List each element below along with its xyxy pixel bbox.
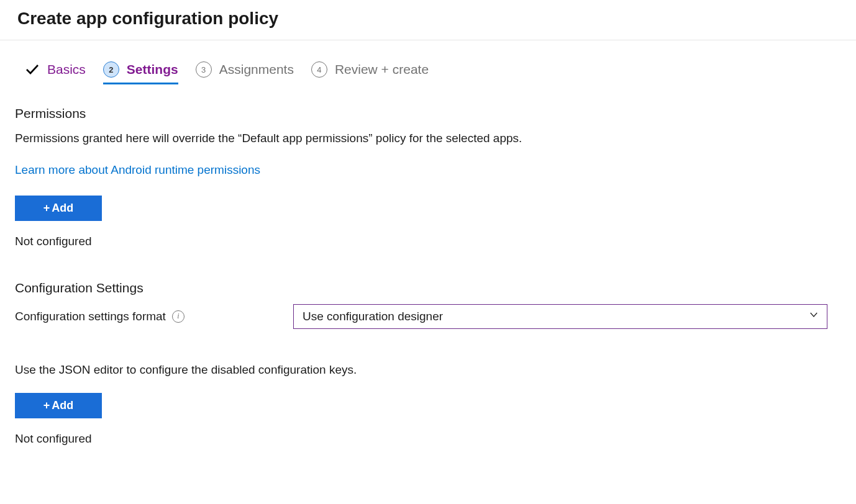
step-number-icon: 3 <box>196 61 212 78</box>
add-button-label: Add <box>52 202 73 215</box>
chevron-down-icon <box>808 309 819 323</box>
permissions-learn-more-link[interactable]: Learn more about Android runtime permiss… <box>15 163 260 177</box>
tab-assignments-label: Assignments <box>219 62 294 77</box>
tab-settings[interactable]: 2 Settings <box>103 61 178 84</box>
page-title-text: Create app configuration policy <box>17 9 278 28</box>
permissions-description: Permissions granted here will override t… <box>15 130 667 147</box>
permissions-heading: Permissions <box>15 106 841 121</box>
checkmark-icon <box>24 61 40 78</box>
config-format-value: Use configuration designer <box>303 310 443 323</box>
tab-review-create[interactable]: 4 Review + create <box>311 61 429 83</box>
plus-icon: + <box>43 399 50 412</box>
config-format-dropdown[interactable]: Use configuration designer <box>293 304 827 329</box>
tab-settings-label: Settings <box>127 62 178 77</box>
config-add-button[interactable]: +Add <box>15 393 102 418</box>
page-title: Create app configuration policy <box>0 0 856 40</box>
add-button-label: Add <box>52 399 73 412</box>
permissions-add-button[interactable]: +Add <box>15 196 102 221</box>
plus-icon: + <box>43 202 50 215</box>
config-format-label: Configuration settings format i <box>15 310 283 323</box>
step-number-icon: 2 <box>103 61 119 78</box>
info-icon[interactable]: i <box>172 310 184 323</box>
tab-review-label: Review + create <box>335 62 429 77</box>
wizard-tabs: Basics 2 Settings 3 Assignments 4 Review… <box>15 40 841 83</box>
tab-basics-label: Basics <box>47 62 86 77</box>
config-format-label-text: Configuration settings format <box>15 310 166 323</box>
permissions-status: Not configured <box>15 235 841 248</box>
config-status: Not configured <box>15 432 841 446</box>
config-json-hint: Use the JSON editor to configure the dis… <box>15 361 667 379</box>
config-format-row: Configuration settings format i Use conf… <box>15 304 841 329</box>
config-settings-heading: Configuration Settings <box>15 281 841 295</box>
step-number-icon: 4 <box>311 61 327 78</box>
tab-assignments[interactable]: 3 Assignments <box>196 61 294 83</box>
tab-basics[interactable]: Basics <box>24 61 86 83</box>
